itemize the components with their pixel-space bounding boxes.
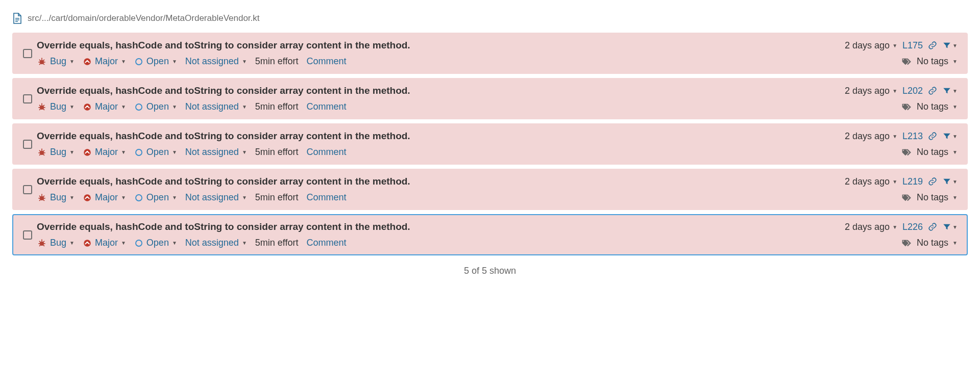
- issue-filter-dropdown[interactable]: ▼: [942, 177, 958, 186]
- svg-line-29: [39, 150, 41, 151]
- issue-assignee-dropdown[interactable]: Not assigned ▼: [185, 56, 247, 67]
- issue-type-dropdown[interactable]: Bug ▼: [37, 192, 75, 203]
- issue-age-dropdown[interactable]: 2 days ago ▼: [845, 40, 897, 51]
- issue-assignee-dropdown[interactable]: Not assigned ▼: [185, 238, 247, 248]
- permalink-icon[interactable]: [928, 132, 937, 141]
- issue-status-dropdown[interactable]: Open ▼: [134, 192, 177, 203]
- issue-checkbox[interactable]: [23, 230, 32, 240]
- issue-line-link[interactable]: L202: [902, 86, 923, 96]
- issue-comment-link[interactable]: Comment: [307, 101, 347, 112]
- svg-point-46: [903, 195, 904, 196]
- caret-down-icon: ▼: [952, 179, 958, 185]
- issue-comment-link[interactable]: Comment: [307, 238, 347, 248]
- issue-card[interactable]: Override equals, hashCode and toString t…: [12, 78, 968, 119]
- issue-assignee-label: Not assigned: [185, 147, 239, 158]
- checkbox-column: [18, 40, 37, 67]
- issue-line-link[interactable]: L219: [902, 176, 923, 187]
- issue-line-link[interactable]: L226: [902, 222, 923, 232]
- svg-line-43: [43, 199, 45, 201]
- issue-filter-dropdown[interactable]: ▼: [942, 222, 958, 231]
- issue-attributes: Bug ▼ Major ▼: [37, 101, 347, 112]
- issue-title[interactable]: Override equals, hashCode and toString t…: [37, 131, 410, 142]
- issue-filter-dropdown[interactable]: ▼: [942, 86, 958, 95]
- issue-comment-link[interactable]: Comment: [307, 56, 347, 67]
- issue-checkbox[interactable]: [23, 185, 32, 194]
- issue-tags-dropdown[interactable]: No tags ▼: [901, 147, 958, 158]
- issue-checkbox[interactable]: [23, 94, 32, 103]
- issue-card[interactable]: Override equals, hashCode and toString t…: [12, 33, 968, 74]
- issue-status-dropdown[interactable]: Open ▼: [134, 238, 177, 248]
- checkbox-column: [18, 131, 37, 158]
- caret-down-icon: ▼: [952, 240, 958, 246]
- bug-icon: [37, 193, 47, 203]
- issue-type-dropdown[interactable]: Bug ▼: [37, 56, 75, 67]
- issue-status-dropdown[interactable]: Open ▼: [134, 56, 177, 67]
- issue-attributes: Bug ▼ Major ▼: [37, 238, 347, 248]
- issue-age-dropdown[interactable]: 2 days ago ▼: [845, 176, 897, 187]
- svg-point-55: [84, 240, 91, 247]
- issue-comment-link[interactable]: Comment: [307, 192, 347, 203]
- issue-severity-label: Major: [95, 238, 118, 248]
- svg-point-33: [84, 149, 91, 156]
- permalink-icon[interactable]: [928, 86, 937, 95]
- issue-assignee-label: Not assigned: [185, 238, 239, 248]
- issue-severity-dropdown[interactable]: Major ▼: [83, 56, 126, 67]
- issue-tags-dropdown[interactable]: No tags ▼: [901, 56, 958, 67]
- issue-card[interactable]: Override equals, hashCode and toString t…: [12, 123, 968, 165]
- issue-line-link[interactable]: L175: [902, 40, 923, 51]
- issue-filter-dropdown[interactable]: ▼: [942, 132, 958, 141]
- issue-line-link[interactable]: L213: [902, 131, 923, 142]
- svg-line-41: [43, 195, 45, 197]
- svg-line-51: [39, 241, 41, 242]
- issue-row-top: Override equals, hashCode and toString t…: [37, 85, 958, 96]
- svg-line-7: [39, 59, 41, 61]
- svg-line-19: [43, 105, 45, 106]
- issue-assignee-dropdown[interactable]: Not assigned ▼: [185, 147, 247, 158]
- issue-title[interactable]: Override equals, hashCode and toString t…: [37, 221, 410, 232]
- issue-age-dropdown[interactable]: 2 days ago ▼: [845, 131, 897, 142]
- issue-card[interactable]: Override equals, hashCode and toString t…: [12, 169, 968, 210]
- issue-comment-link[interactable]: Comment: [307, 147, 347, 158]
- issue-title[interactable]: Override equals, hashCode and toString t…: [37, 85, 410, 96]
- tags-icon: [901, 102, 913, 112]
- file-path[interactable]: src/.../cart/domain/orderableVendor/Meta…: [28, 13, 260, 23]
- issue-title[interactable]: Override equals, hashCode and toString t…: [37, 40, 410, 51]
- issue-row-top: Override equals, hashCode and toString t…: [37, 221, 958, 232]
- issue-status-dropdown[interactable]: Open ▼: [134, 147, 177, 158]
- caret-down-icon: ▼: [892, 88, 897, 94]
- issue-assignee-label: Not assigned: [185, 56, 239, 67]
- filter-icon: [942, 132, 951, 141]
- issue-filter-dropdown[interactable]: ▼: [942, 41, 958, 50]
- issue-age-dropdown[interactable]: 2 days ago ▼: [845, 86, 897, 96]
- issue-body: Override equals, hashCode and toString t…: [37, 176, 958, 203]
- issue-assignee-dropdown[interactable]: Not assigned ▼: [185, 192, 247, 203]
- permalink-icon[interactable]: [928, 222, 937, 231]
- issue-card[interactable]: Override equals, hashCode and toString t…: [12, 214, 968, 255]
- issue-type-dropdown[interactable]: Bug ▼: [37, 238, 75, 248]
- issue-age-dropdown[interactable]: 2 days ago ▼: [845, 222, 897, 232]
- issue-body: Override equals, hashCode and toString t…: [37, 85, 958, 112]
- issue-severity-dropdown[interactable]: Major ▼: [83, 147, 126, 158]
- svg-point-35: [903, 150, 904, 151]
- issue-checkbox[interactable]: [23, 49, 32, 58]
- issue-assignee-dropdown[interactable]: Not assigned ▼: [185, 101, 247, 112]
- issue-severity-label: Major: [95, 192, 118, 203]
- issue-severity-dropdown[interactable]: Major ▼: [83, 101, 126, 112]
- issue-status-dropdown[interactable]: Open ▼: [134, 101, 177, 112]
- issue-severity-dropdown[interactable]: Major ▼: [83, 238, 126, 248]
- issue-type-dropdown[interactable]: Bug ▼: [37, 147, 75, 158]
- issue-title[interactable]: Override equals, hashCode and toString t…: [37, 176, 410, 187]
- issue-row-bottom: Bug ▼ Major ▼: [37, 101, 958, 112]
- caret-down-icon: ▼: [69, 149, 75, 155]
- issue-tags-dropdown[interactable]: No tags ▼: [901, 192, 958, 203]
- permalink-icon[interactable]: [928, 41, 937, 50]
- issue-tags-dropdown[interactable]: No tags ▼: [901, 101, 958, 112]
- caret-down-icon: ▼: [69, 59, 75, 64]
- svg-line-54: [43, 245, 45, 246]
- permalink-icon[interactable]: [928, 177, 937, 186]
- caret-down-icon: ▼: [952, 43, 958, 48]
- issue-checkbox[interactable]: [23, 140, 32, 149]
- issue-tags-dropdown[interactable]: No tags ▼: [901, 238, 958, 248]
- issue-severity-dropdown[interactable]: Major ▼: [83, 192, 126, 203]
- issue-type-dropdown[interactable]: Bug ▼: [37, 101, 75, 112]
